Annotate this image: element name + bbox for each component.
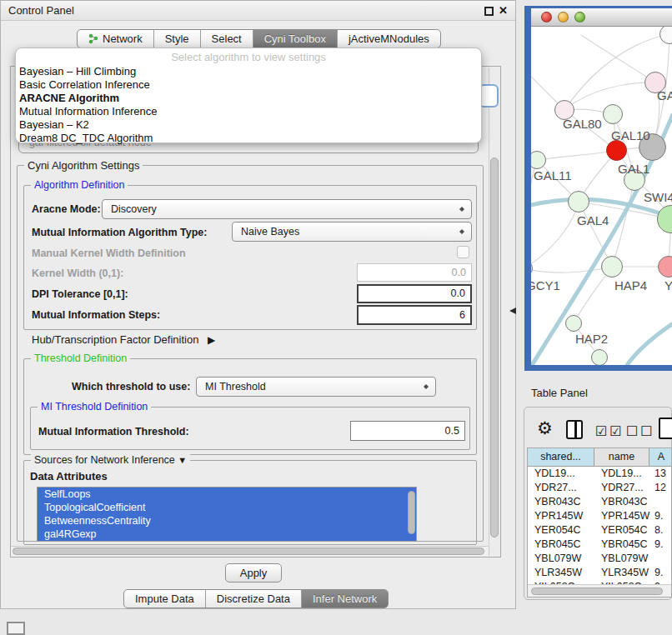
node-table: shared... name A YDL19... YDL19... 13 YD…	[527, 448, 672, 598]
column-header-a[interactable]: A	[649, 448, 672, 467]
node-label-hap4: HAP4	[614, 278, 647, 292]
mi-steps-label: Mutual Information Steps:	[32, 309, 160, 321]
close-window-button[interactable]: ✕	[499, 5, 508, 17]
which-threshold-combo[interactable]: MI Threshold	[196, 377, 436, 397]
node-label-hap2: HAP2	[575, 332, 608, 346]
tab-network-label: Network	[103, 32, 143, 45]
aracne-mode-combo[interactable]: Discovery	[102, 199, 472, 219]
float-window-button[interactable]	[484, 7, 494, 16]
node-gal10[interactable]	[603, 104, 623, 124]
settings-vertical-scrollbar-thumb[interactable]	[490, 158, 499, 538]
list-item-selfloops[interactable]: SelfLoops	[38, 488, 416, 501]
table-panel-title: Table Panel	[531, 387, 588, 399]
table-horizontal-scrollbar[interactable]	[528, 584, 672, 598]
sources-title[interactable]: Sources for Network Inference ▼	[31, 454, 190, 466]
network-canvas[interactable]: GAL GAL80 GAL10 GAL1 GAL11 SWI4 GAL4 GCY…	[531, 27, 672, 365]
algorithm-option-mutual-information[interactable]: Mutual Information Inference	[16, 105, 481, 118]
node-gal1[interactable]	[606, 140, 627, 161]
zoom-traffic-light[interactable]	[574, 12, 585, 22]
tab-jactivemnodules[interactable]: jActiveMNodules	[337, 30, 440, 48]
node-hap2[interactable]	[565, 315, 582, 332]
algorithm-option-aracne[interactable]: ARACNE Algorithm	[16, 92, 481, 105]
tab-infer-network[interactable]: Infer Network	[301, 590, 388, 608]
mi-threshold-definition-title: MI Threshold Definition	[38, 401, 151, 412]
expanded-arrow-icon: ▼	[178, 455, 187, 465]
data-attributes-label: Data Attributes	[30, 470, 108, 482]
attributes-list-scrollbar-thumb[interactable]	[408, 491, 415, 534]
mi-algorithm-type-combo[interactable]: Naive Bayes	[232, 222, 472, 242]
hub-definition-toggle[interactable]: Hub/Transcription Factor Definition ▶	[32, 333, 215, 346]
algorithm-option-dream8[interactable]: Dream8 DC_TDC Algorithm	[16, 132, 481, 145]
aracne-mode-label: Aracne Mode:	[32, 203, 101, 215]
tab-network[interactable]: Network	[78, 30, 153, 48]
gear-icon[interactable]: ⚙	[537, 418, 555, 438]
node-label-gcy1: GCY1	[531, 278, 560, 292]
node-gal4[interactable]	[568, 191, 589, 212]
settings-vertical-scrollbar[interactable]	[489, 68, 500, 556]
minimized-panel-icon[interactable]	[7, 622, 25, 635]
bottom-tabs: Impute Data Discretize Data Infer Networ…	[123, 589, 389, 608]
clear-all-checkboxes-icon[interactable]: ☐☐	[626, 423, 655, 439]
node-label-gal10: GAL10	[611, 128, 650, 142]
control-panel-tabs: Network Style Select Cyni Toolbox jActiv…	[77, 29, 441, 48]
node-label-gal4: GAL4	[577, 213, 609, 228]
tab-cyni-toolbox[interactable]: Cyni Toolbox	[253, 30, 337, 48]
node-unlabeled-bottom[interactable]	[591, 349, 608, 365]
mi-threshold-field[interactable]: 0.5	[350, 421, 465, 441]
algorithm-dropdown: Select algorithm to view settings Bayesi…	[15, 48, 482, 143]
data-attributes-list: SelfLoops TopologicalCoefficient Between…	[37, 487, 417, 542]
node-label-gal11: GAL11	[534, 168, 572, 182]
list-item-gal4rgexp[interactable]: gal4RGexp	[38, 528, 416, 541]
manual-kernel-width-checkbox	[457, 246, 469, 258]
table-horizontal-scrollbar-thumb[interactable]	[531, 588, 663, 595]
node-label-gal7: GAL	[657, 88, 672, 102]
close-traffic-light[interactable]	[541, 12, 552, 22]
algorithm-option-basic-correlation[interactable]: Basic Correlation Inference	[16, 78, 481, 92]
settings-horizontal-scrollbar[interactable]	[11, 546, 489, 557]
list-item-topologicalcoefficient[interactable]: TopologicalCoefficient	[38, 501, 416, 514]
column-header-shared-name[interactable]: shared...	[528, 448, 594, 467]
network-icon	[88, 33, 99, 44]
dpi-tolerance-field[interactable]: 0.0	[357, 284, 472, 303]
control-panel-title: Control Panel	[1, 1, 515, 21]
network-view-window: GAL GAL80 GAL10 GAL1 GAL11 SWI4 GAL4 GCY…	[524, 6, 672, 371]
mouse-cursor	[509, 308, 516, 314]
algorithm-option-bayesian-hill-climbing[interactable]: Bayesian – Hill Climbing	[16, 65, 481, 78]
minimize-traffic-light[interactable]	[558, 12, 569, 22]
kernel-width-field: 0.0	[357, 263, 472, 282]
aracne-mode-value: Discovery	[111, 203, 157, 215]
control-panel-titlebar: Control Panel ✕	[1, 1, 515, 21]
select-all-checkboxes-icon[interactable]: ☑☑	[595, 423, 624, 439]
node-label-swi4: SWI4	[644, 190, 672, 204]
dpi-tolerance-label: DPI Tolerance [0,1]:	[32, 288, 128, 300]
tab-impute-data[interactable]: Impute Data	[124, 590, 205, 608]
manual-kernel-width-label: Manual Kernel Width Definition	[32, 248, 186, 259]
columns-icon[interactable]	[566, 420, 583, 439]
mi-threshold-label: Mutual Information Threshold:	[38, 426, 189, 438]
threshold-definition-title: Threshold Definition	[31, 352, 130, 364]
apply-button[interactable]: Apply	[225, 563, 282, 582]
collapsed-arrow-icon: ▶	[202, 334, 215, 346]
export-table-icon[interactable]	[659, 418, 672, 439]
mi-algorithm-type-label: Mutual Information Algorithm Type:	[32, 227, 207, 238]
tab-select[interactable]: Select	[200, 30, 253, 48]
screen: Control Panel ✕ Network Style Select Cyn…	[0, 0, 672, 635]
network-window-titlebar[interactable]	[531, 8, 672, 27]
mi-algorithm-type-value: Naive Bayes	[241, 226, 299, 238]
node-label-gal1: GAL1	[618, 162, 649, 176]
node-label-y: Y	[664, 278, 672, 292]
kernel-width-label: Kernel Width (0,1):	[32, 268, 123, 279]
list-item-betweennesscentrality[interactable]: BetweennessCentrality	[38, 514, 416, 528]
column-header-name[interactable]: name	[594, 448, 649, 467]
algorithm-option-bayesian-k2[interactable]: Bayesian – K2	[16, 118, 481, 132]
tab-style[interactable]: Style	[153, 30, 200, 48]
algorithm-definition-title: Algorithm Definition	[31, 179, 128, 191]
node-label-gal80: GAL80	[563, 117, 602, 131]
which-threshold-value: MI Threshold	[205, 381, 266, 392]
settings-horizontal-scrollbar-thumb[interactable]	[13, 548, 484, 555]
mi-steps-field[interactable]: 6	[357, 305, 472, 325]
which-threshold-label: Which threshold to use:	[72, 381, 190, 392]
algorithm-dropdown-hint: Select algorithm to view settings	[16, 50, 481, 65]
node-hap4[interactable]	[601, 256, 623, 278]
tab-discretize-data[interactable]: Discretize Data	[205, 590, 301, 608]
